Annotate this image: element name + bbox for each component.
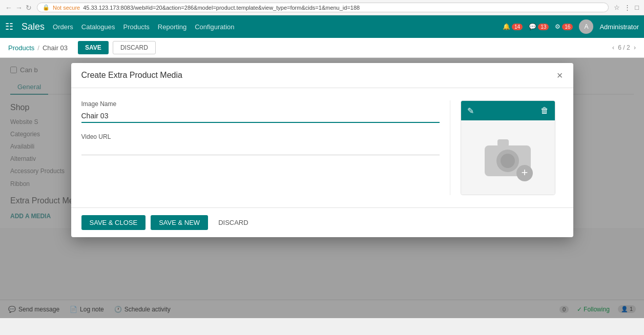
activity-icon: ⚙ (555, 23, 560, 30)
forward-icon[interactable]: → (15, 4, 23, 12)
nav-orders[interactable]: Orders (53, 23, 73, 31)
record-nav-chevron-left[interactable]: ‹ (612, 44, 614, 51)
menu-icon[interactable]: ⋮ (624, 4, 631, 11)
record-nav: ‹ 6 / 2 › (612, 44, 636, 51)
modal-footer: SAVE & CLOSE SAVE & NEW DISCARD (71, 207, 573, 237)
image-name-field-group: Image Name (81, 100, 440, 123)
breadcrumb-sep: / (37, 44, 39, 52)
nav-catalogues[interactable]: Catalogues (81, 23, 115, 31)
video-url-field-group: Video URL (81, 133, 440, 155)
nav-configuration[interactable]: Configuration (195, 23, 234, 31)
svg-rect-1 (497, 139, 509, 146)
url-text: 45.33.123.173:8083/web#id=20&action=286&… (83, 5, 360, 11)
save-new-button[interactable]: SAVE & NEW (151, 215, 208, 230)
tabs-icon[interactable]: □ (635, 4, 639, 11)
modal-right: ✎ 🗑 (461, 100, 563, 195)
svg-text:+: + (522, 166, 528, 179)
modal-close-button[interactable]: × (557, 70, 563, 80)
chat-icon: 💬 (529, 23, 536, 30)
admin-label: Administrator (599, 23, 639, 31)
modal-title: Create Extra Product Media (81, 71, 182, 80)
action-buttons: SAVE DISCARD (78, 41, 156, 54)
nav-right: 🔔 14 💬 13 ⚙ 16 A Administrator (503, 19, 639, 34)
modal-left: Image Name Video URL (81, 100, 450, 195)
badge-count-3: 16 (562, 24, 573, 30)
modal-body: Image Name Video URL ✎ (71, 88, 573, 207)
nav-menu: Orders Catalogues Products Reporting Con… (53, 23, 235, 31)
brand-label[interactable]: Sales (22, 22, 45, 32)
main-content: Can b General Shop Website S Categories … (0, 58, 644, 318)
save-close-button[interactable]: SAVE & CLOSE (81, 215, 146, 230)
nav-badge-2[interactable]: 💬 13 (529, 23, 549, 30)
image-name-input[interactable] (81, 110, 440, 123)
breadcrumb-products-link[interactable]: Products (8, 44, 34, 52)
video-url-label: Video URL (81, 133, 440, 140)
modal-header: Create Extra Product Media × (71, 63, 573, 88)
trash-icon: 🗑 (541, 106, 549, 115)
nav-badge-3[interactable]: ⚙ 16 (555, 23, 573, 30)
nav-badge-1[interactable]: 🔔 14 (503, 23, 523, 30)
discard-button[interactable]: DISCARD (113, 41, 156, 54)
image-preview-area[interactable]: + (461, 120, 555, 195)
save-button[interactable]: SAVE (78, 41, 109, 54)
avatar[interactable]: A (579, 19, 593, 34)
image-name-label: Image Name (81, 100, 440, 108)
modal-dialog: Create Extra Product Media × Image Name … (71, 63, 573, 237)
browser-nav[interactable]: ← → ↻ (5, 4, 32, 12)
record-nav-chevron-right[interactable]: › (634, 44, 636, 51)
video-url-input[interactable] (81, 142, 440, 155)
grid-icon[interactable]: ☷ (5, 21, 13, 32)
edit-image-button[interactable]: ✎ (467, 106, 474, 116)
image-upload-container: ✎ 🗑 (461, 100, 555, 195)
image-toolbar: ✎ 🗑 (461, 101, 555, 120)
pencil-icon: ✎ (467, 107, 474, 115)
nav-reporting[interactable]: Reporting (158, 23, 186, 31)
secure-label: Not secure (53, 5, 80, 11)
camera-placeholder-icon: + (480, 135, 536, 181)
browser-actions: ☆ ⋮ □ (614, 4, 639, 11)
bell-icon: 🔔 (503, 23, 510, 30)
badge-count-2: 13 (538, 24, 549, 30)
record-position: 6 / 2 (618, 44, 630, 51)
back-icon[interactable]: ← (5, 4, 12, 12)
modal-discard-button[interactable]: DISCARD (213, 215, 254, 230)
delete-image-button[interactable]: 🗑 (541, 106, 549, 115)
breadcrumb-current: Chair 03 (43, 44, 68, 52)
top-nav: ☷ Sales Orders Catalogues Products Repor… (0, 15, 644, 38)
svg-point-3 (501, 154, 515, 168)
refresh-icon[interactable]: ↻ (26, 4, 32, 12)
browser-bar: ← → ↻ 🔒 Not secure 45.33.123.173:8083/we… (0, 0, 644, 15)
lock-icon: 🔒 (43, 4, 50, 11)
sub-header: Products / Chair 03 SAVE DISCARD ‹ 6 / 2… (0, 38, 644, 58)
avatar-initial: A (584, 23, 588, 30)
modal-backdrop: Create Extra Product Media × Image Name … (0, 58, 644, 318)
star-icon[interactable]: ☆ (614, 4, 620, 11)
badge-count-1: 14 (512, 24, 523, 30)
breadcrumb: Products / Chair 03 (8, 44, 68, 52)
url-bar[interactable]: 🔒 Not secure 45.33.123.173:8083/web#id=2… (37, 3, 609, 12)
nav-products[interactable]: Products (123, 23, 150, 31)
